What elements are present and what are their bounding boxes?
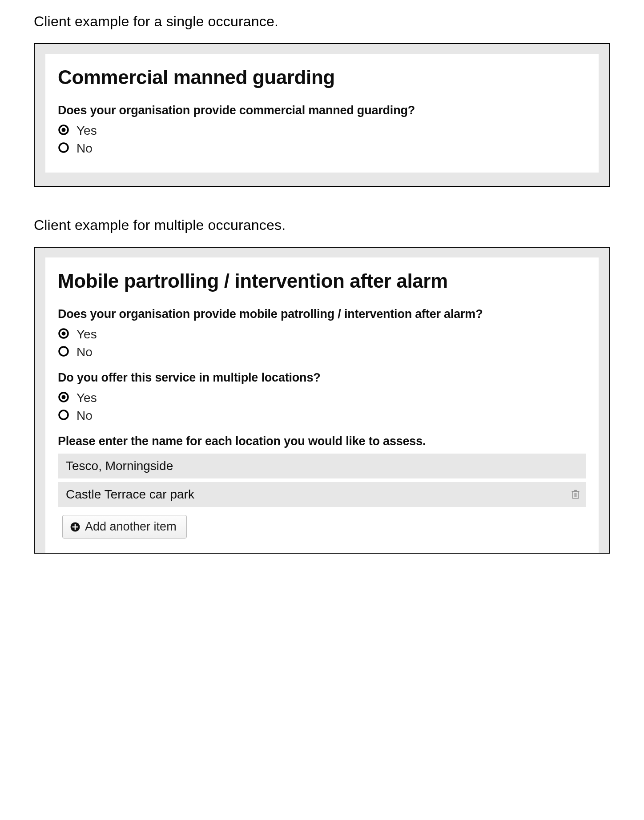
panel1-q1-option-no[interactable]: No	[58, 141, 586, 157]
radio-selected-icon	[58, 328, 69, 341]
panel1-q1-option-yes[interactable]: Yes	[58, 123, 586, 139]
svg-point-4	[62, 332, 66, 336]
add-another-item-button[interactable]: Add another item	[62, 515, 187, 539]
plus-circle-icon	[70, 522, 80, 532]
panel-single-inner: Commercial manned guarding Does your org…	[45, 54, 599, 173]
location-row[interactable]: Castle Terrace car park	[58, 482, 586, 507]
svg-point-7	[62, 395, 66, 399]
svg-point-1	[62, 128, 66, 132]
panel2-q2-option-yes[interactable]: Yes	[58, 390, 586, 406]
panel2-q1-option-no[interactable]: No	[58, 344, 586, 360]
caption-single: Client example for a single occurance.	[34, 13, 610, 30]
panel2-q1-no-label: No	[76, 345, 93, 359]
trash-icon	[571, 490, 580, 499]
svg-rect-14	[574, 490, 577, 491]
panel2-q2-option-no[interactable]: No	[58, 408, 586, 424]
panel2-q2-yes-label: Yes	[76, 391, 97, 405]
panel2-q2-no-label: No	[76, 409, 93, 423]
radio-selected-icon	[58, 391, 69, 405]
panel-single: Commercial manned guarding Does your org…	[34, 43, 610, 187]
panel2-q2-text: Do you offer this service in multiple lo…	[58, 371, 586, 385]
location-input[interactable]: Castle Terrace car park	[58, 482, 569, 507]
svg-rect-13	[572, 491, 580, 492]
panel2-q1-text: Does your organisation provide mobile pa…	[58, 307, 586, 321]
radio-unselected-icon	[58, 346, 69, 359]
radio-unselected-icon	[58, 142, 69, 155]
svg-point-5	[59, 347, 68, 356]
caption-multiple: Client example for multiple occurances.	[34, 217, 610, 233]
panel2-q3-text: Please enter the name for each location …	[58, 434, 586, 448]
panel-multiple-title: Mobile partrolling / intervention after …	[58, 270, 586, 292]
panel2-q1-yes-label: Yes	[76, 327, 97, 342]
location-row[interactable]: Tesco, Morningside	[58, 454, 586, 478]
panel1-q1-yes-label: Yes	[76, 124, 97, 138]
svg-point-2	[59, 143, 68, 152]
radio-selected-icon	[58, 124, 69, 137]
panel1-q1-text: Does your organisation provide commercia…	[58, 104, 586, 117]
location-input[interactable]: Tesco, Morningside	[58, 454, 586, 478]
panel-multiple: Mobile partrolling / intervention after …	[34, 247, 610, 554]
panel2-q1-option-yes[interactable]: Yes	[58, 326, 586, 342]
delete-location-button[interactable]	[569, 490, 586, 499]
panel-multiple-inner: Mobile partrolling / intervention after …	[45, 257, 599, 553]
radio-unselected-icon	[58, 409, 69, 422]
location-list: Tesco, Morningside Castle Terrace car pa…	[58, 454, 586, 539]
panel-single-title: Commercial manned guarding	[58, 66, 586, 88]
add-button-label: Add another item	[85, 520, 177, 534]
svg-point-8	[59, 410, 68, 419]
panel1-q1-no-label: No	[76, 141, 93, 156]
